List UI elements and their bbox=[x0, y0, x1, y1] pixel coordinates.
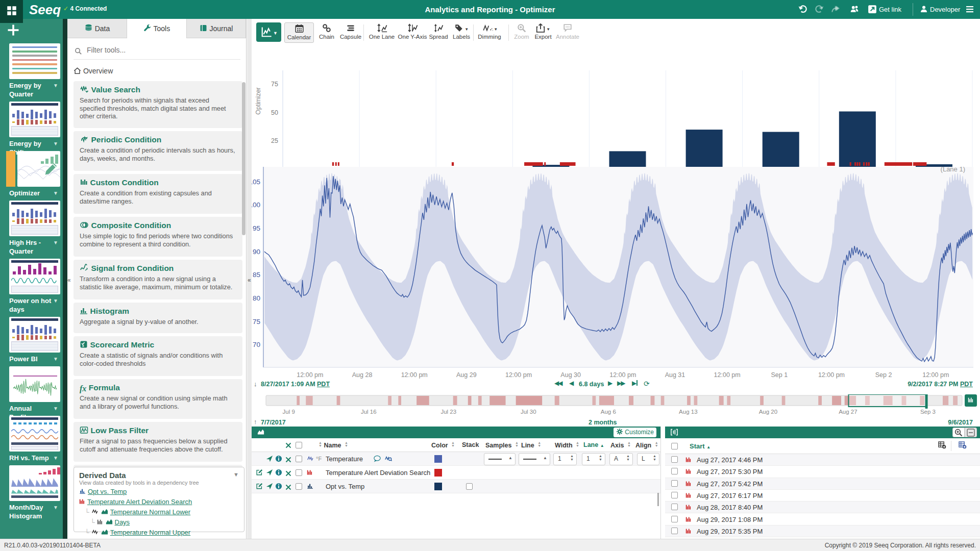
panel-resize-handle[interactable] bbox=[657, 493, 659, 506]
capsule-row[interactable]: Aug 27, 2017 5:42 PM bbox=[665, 478, 980, 490]
capsule-indicator[interactable] bbox=[854, 162, 856, 166]
display-range-end[interactable]: 9/2/2017 8:27 PM PDT bbox=[908, 381, 973, 388]
investigate-range-end[interactable]: 9/6/2017 bbox=[948, 419, 973, 426]
tool-value-search[interactable]: Value SearchSearch for periods within si… bbox=[74, 81, 242, 128]
edit-icon[interactable] bbox=[256, 483, 263, 492]
tool-low-pass-filter[interactable]: Low Pass FilterFilter a signal to pass f… bbox=[74, 422, 242, 462]
details-row[interactable]: °FTemperature▲ ▲ 1▲▼ 1▲▼ A▲▼ L▲▼ bbox=[252, 452, 660, 466]
overview-link[interactable]: Overview bbox=[74, 67, 113, 76]
tool-formula[interactable]: fx FormulaCreate a new signal or conditi… bbox=[74, 379, 242, 419]
capsule-checkbox[interactable] bbox=[671, 480, 678, 487]
worksheet-thumbnail[interactable] bbox=[9, 201, 60, 236]
derived-item-link[interactable]: Temperature Normal Lower bbox=[110, 508, 191, 516]
chevron-down-icon[interactable]: ▼ bbox=[53, 240, 58, 245]
step-back-button[interactable]: ◀ bbox=[569, 380, 574, 387]
worksheet-label[interactable]: Power BI bbox=[9, 355, 54, 363]
capsule-checkbox[interactable] bbox=[671, 516, 678, 522]
row-checkbox[interactable] bbox=[296, 483, 302, 490]
width-stepper[interactable]: 1▲▼ bbox=[553, 453, 577, 465]
capsule-checkbox[interactable] bbox=[671, 504, 678, 510]
chevron-down-icon[interactable]: ▼ bbox=[53, 190, 58, 196]
app-switcher-button[interactable] bbox=[0, 0, 23, 23]
investigate-range-start[interactable]: 7/7/2017 bbox=[261, 419, 286, 426]
capsule-indicator[interactable] bbox=[544, 162, 546, 166]
worksheet-thumbnail[interactable] bbox=[9, 259, 60, 294]
forward-button[interactable] bbox=[830, 5, 841, 16]
remove-icon[interactable] bbox=[285, 469, 291, 479]
details-row[interactable]: Opt vs. Temp bbox=[252, 480, 660, 493]
info-icon[interactable] bbox=[275, 455, 282, 464]
capsule-row[interactable]: Aug 27, 2017 5:30 PM bbox=[665, 466, 980, 478]
stack-checkbox[interactable] bbox=[466, 483, 473, 490]
investigate-range-duration[interactable]: 2 months bbox=[589, 419, 617, 426]
step-back-many-button[interactable]: ◀◀ bbox=[554, 380, 561, 387]
chevron-down-icon[interactable]: ▼ bbox=[53, 83, 58, 88]
capsule-indicator[interactable] bbox=[856, 162, 858, 166]
step-forward-many-button[interactable]: ▶▶ bbox=[617, 380, 624, 387]
capsule-indicator[interactable] bbox=[885, 162, 912, 166]
capsule-indicator[interactable] bbox=[452, 162, 454, 166]
seeq-logo[interactable]: Seeq bbox=[29, 2, 61, 18]
line-dropdown[interactable]: ▲ bbox=[519, 453, 550, 465]
capsule-indicator[interactable] bbox=[827, 162, 835, 166]
info-icon[interactable] bbox=[275, 483, 282, 492]
capsule-checkbox[interactable] bbox=[671, 456, 678, 463]
navigate-icon[interactable] bbox=[266, 469, 273, 478]
row-checkbox[interactable] bbox=[296, 456, 302, 462]
remove-icon[interactable] bbox=[285, 456, 291, 465]
capsule-indicator[interactable] bbox=[859, 162, 861, 166]
worksheet-label[interactable]: Power on hot days bbox=[9, 296, 54, 314]
worksheet-thumbnail[interactable] bbox=[17, 151, 60, 187]
user-menu[interactable]: Developer bbox=[920, 5, 928, 15]
worksheet-thumbnail[interactable] bbox=[9, 102, 60, 137]
zoom-capsules-button[interactable] bbox=[952, 428, 965, 437]
collapse-capsules-button[interactable] bbox=[965, 428, 977, 437]
tab-data[interactable]: Data bbox=[67, 19, 127, 38]
tab-journal[interactable]: Journal bbox=[187, 19, 246, 38]
remove-icon[interactable] bbox=[285, 483, 291, 492]
capsule-checkbox[interactable] bbox=[671, 492, 678, 498]
capsule-indicator[interactable] bbox=[332, 162, 334, 166]
chevron-down-icon[interactable]: ▼ bbox=[233, 471, 239, 478]
worksheet-thumbnail[interactable] bbox=[9, 43, 60, 79]
capsule-row[interactable]: Aug 28, 2017 8:40 PM bbox=[665, 502, 980, 513]
worksheet-label[interactable]: High Hrs - Quarter bbox=[9, 238, 54, 256]
timeline-selection-handle[interactable] bbox=[925, 394, 928, 409]
worksheet-thumbnail[interactable] bbox=[9, 416, 60, 452]
align-stepper[interactable]: L▲▼ bbox=[637, 453, 659, 465]
derived-item-link[interactable]: Opt vs. Temp bbox=[88, 488, 127, 495]
details-row[interactable]: Temperature Alert Deviation Search bbox=[252, 466, 660, 480]
derived-item-link[interactable]: Days bbox=[115, 518, 130, 526]
derived-item-link[interactable]: Temperature Normal Upper bbox=[110, 529, 191, 536]
capsule-indicator[interactable] bbox=[866, 162, 867, 166]
navigate-icon[interactable] bbox=[266, 455, 273, 464]
worksheet-label[interactable]: RH vs. Temp bbox=[9, 454, 54, 462]
collapse-tools-button[interactable]: « bbox=[248, 277, 251, 284]
capsule-row[interactable]: Aug 27, 2017 4:46 PM bbox=[665, 454, 980, 466]
color-swatch[interactable] bbox=[434, 469, 442, 477]
worksheet-thumbnail[interactable] bbox=[9, 317, 60, 353]
refresh-button[interactable]: ⟳ bbox=[644, 380, 650, 388]
new-worksheet-button[interactable] bbox=[7, 24, 19, 36]
timeline-capsules-button[interactable] bbox=[965, 394, 977, 407]
tool-custom-condition[interactable]: Custom ConditionCreate a condition from … bbox=[74, 174, 242, 214]
signal-search-icon[interactable] bbox=[384, 455, 393, 464]
undo-button[interactable] bbox=[798, 5, 808, 16]
capsule-indicator[interactable] bbox=[560, 162, 576, 166]
hamburger-menu-button[interactable] bbox=[965, 5, 975, 15]
add-stat-column-icon[interactable] bbox=[958, 441, 967, 451]
capsule-indicator[interactable] bbox=[338, 162, 339, 166]
capsule-indicator[interactable] bbox=[913, 162, 926, 166]
add-column-icon[interactable] bbox=[938, 441, 946, 451]
chevron-down-icon[interactable]: ▼ bbox=[53, 141, 58, 146]
capsule-checkbox[interactable] bbox=[671, 528, 678, 534]
row-checkbox[interactable] bbox=[296, 469, 302, 476]
remove-all-icon[interactable] bbox=[285, 441, 291, 450]
skip-to-end-button[interactable]: ▶ bbox=[632, 380, 638, 387]
redo-button[interactable] bbox=[814, 5, 824, 16]
tools-scrollbar[interactable] bbox=[242, 82, 246, 235]
customize-button[interactable]: Customize bbox=[614, 428, 656, 437]
tool-histogram[interactable]: HistogramAggregate a signal by y-value o… bbox=[74, 303, 242, 333]
chevron-down-icon[interactable]: ▼ bbox=[53, 505, 58, 510]
worksheet-label[interactable]: Month/Day Histogram bbox=[9, 503, 54, 520]
